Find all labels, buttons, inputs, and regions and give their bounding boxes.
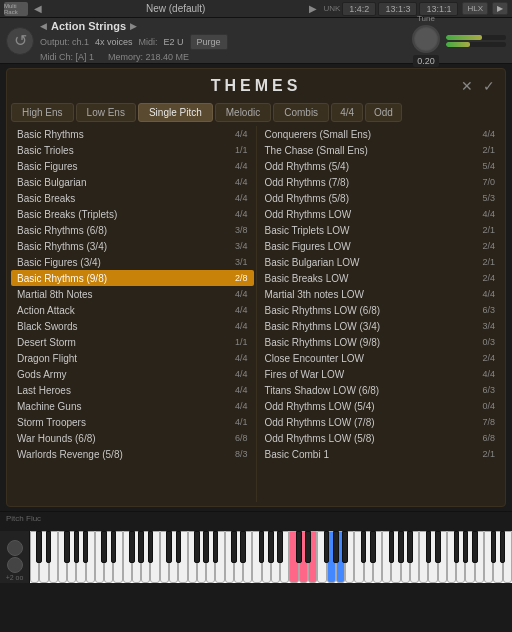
tab-high-ens[interactable]: High Ens xyxy=(11,103,74,122)
right-list-item[interactable]: Odd Rhythms (5/4)5/4 xyxy=(259,158,502,174)
white-key[interactable] xyxy=(262,531,271,583)
right-list-item[interactable]: Odd Rhythms (7/8)7/0 xyxy=(259,174,502,190)
white-key[interactable] xyxy=(299,531,308,583)
pitch-knob[interactable] xyxy=(7,540,23,556)
left-list-item[interactable]: Last Heroes4/4 xyxy=(11,382,254,398)
white-key[interactable] xyxy=(364,531,373,583)
white-key[interactable] xyxy=(188,531,197,583)
left-list-item[interactable]: Basic Breaks (Triplets)4/4 xyxy=(11,206,254,222)
right-list-item[interactable]: Odd Rhythms LOW (7/8)7/8 xyxy=(259,414,502,430)
left-list-item[interactable]: Basic Rhythms (6/8)3/8 xyxy=(11,222,254,238)
right-list-item[interactable]: Basic Figures LOW2/4 xyxy=(259,238,502,254)
tab-4-4[interactable]: 4/4 xyxy=(331,103,363,122)
nav-prev[interactable]: ◀ xyxy=(32,3,44,14)
right-list-item[interactable]: Basic Triplets LOW2/1 xyxy=(259,222,502,238)
white-key[interactable] xyxy=(438,531,447,583)
white-key[interactable] xyxy=(317,531,326,583)
right-list-item[interactable]: Titans Shadow LOW (6/8)6/3 xyxy=(259,382,502,398)
white-key[interactable] xyxy=(141,531,150,583)
white-key[interactable] xyxy=(475,531,484,583)
play-button[interactable]: ▶ xyxy=(492,2,508,15)
white-key[interactable] xyxy=(76,531,85,583)
tab-combis[interactable]: Combis xyxy=(273,103,329,122)
close-button[interactable]: ✕ xyxy=(461,78,473,94)
right-list-item[interactable]: Basic Rhythms LOW (3/4)3/4 xyxy=(259,318,502,334)
left-list-item[interactable]: Machine Guns4/4 xyxy=(11,398,254,414)
white-key[interactable] xyxy=(465,531,474,583)
right-list-item[interactable]: Odd Rhythms LOW (5/8)6/8 xyxy=(259,430,502,446)
inst-nav-prev[interactable]: ◀ xyxy=(40,21,47,31)
left-list-item[interactable]: Basic Breaks4/4 xyxy=(11,190,254,206)
white-key[interactable] xyxy=(336,531,345,583)
white-key[interactable] xyxy=(132,531,141,583)
left-list-item[interactable]: Gods Army4/4 xyxy=(11,366,254,382)
white-key[interactable] xyxy=(447,531,456,583)
white-key[interactable] xyxy=(95,531,104,583)
white-key[interactable] xyxy=(86,531,95,583)
white-key[interactable] xyxy=(484,531,493,583)
left-list-item[interactable]: Storm Troopers4/1 xyxy=(11,414,254,430)
white-key[interactable] xyxy=(215,531,224,583)
left-list-item[interactable]: Basic Rhythms4/4 xyxy=(11,126,254,142)
right-list-item[interactable]: Martial 3th notes LOW4/4 xyxy=(259,286,502,302)
right-list-item[interactable]: Basic Rhythms LOW (9/8)0/3 xyxy=(259,334,502,350)
white-key[interactable] xyxy=(373,531,382,583)
white-key[interactable] xyxy=(197,531,206,583)
right-list-item[interactable]: Conquerers (Small Ens)4/4 xyxy=(259,126,502,142)
left-list-item[interactable]: Desert Storm1/1 xyxy=(11,334,254,350)
nav-next[interactable]: ▶ xyxy=(307,3,319,14)
left-list-item[interactable]: War Hounds (6/8)6/8 xyxy=(11,430,254,446)
white-key[interactable] xyxy=(178,531,187,583)
tab-odd[interactable]: Odd xyxy=(365,103,402,122)
white-key[interactable] xyxy=(67,531,76,583)
right-list-item[interactable]: Basic Breaks LOW2/4 xyxy=(259,270,502,286)
white-key[interactable] xyxy=(243,531,252,583)
white-key[interactable] xyxy=(160,531,169,583)
white-key[interactable] xyxy=(104,531,113,583)
tab-low-ens[interactable]: Low Ens xyxy=(76,103,136,122)
right-list-item[interactable]: Basic Combi 12/1 xyxy=(259,446,502,462)
white-key[interactable] xyxy=(206,531,215,583)
left-list-item[interactable]: Warlords Revenge (5/8)8/3 xyxy=(11,446,254,462)
left-list-item[interactable]: Basic Rhythms (3/4)3/4 xyxy=(11,238,254,254)
piano-keys[interactable] xyxy=(30,531,512,583)
white-key[interactable] xyxy=(382,531,391,583)
white-key[interactable] xyxy=(391,531,400,583)
white-key[interactable] xyxy=(169,531,178,583)
inst-nav-next[interactable]: ▶ xyxy=(130,21,137,31)
white-key[interactable] xyxy=(503,531,512,583)
white-key[interactable] xyxy=(30,531,39,583)
white-key[interactable] xyxy=(49,531,58,583)
hlx-button[interactable]: HLX xyxy=(462,2,488,15)
white-key[interactable] xyxy=(327,531,336,583)
white-key[interactable] xyxy=(123,531,132,583)
tab-melodic[interactable]: Melodic xyxy=(215,103,271,122)
right-list-item[interactable]: Close Encounter LOW2/4 xyxy=(259,350,502,366)
white-key[interactable] xyxy=(289,531,298,583)
tab-single-pitch[interactable]: Single Pitch xyxy=(138,103,213,122)
white-key[interactable] xyxy=(428,531,437,583)
left-list-item[interactable]: Basic Rhythms (9/8)2/8 xyxy=(11,270,254,286)
white-key[interactable] xyxy=(354,531,363,583)
left-list-item[interactable]: Basic Trioles1/1 xyxy=(11,142,254,158)
right-list-item[interactable]: Basic Rhythms LOW (6/8)6/3 xyxy=(259,302,502,318)
white-key[interactable] xyxy=(39,531,48,583)
white-key[interactable] xyxy=(308,531,317,583)
left-list-item[interactable]: Action Attack4/4 xyxy=(11,302,254,318)
right-list-item[interactable]: Odd Rhythms LOW4/4 xyxy=(259,206,502,222)
right-list-item[interactable]: Fires of War LOW4/4 xyxy=(259,366,502,382)
left-list-item[interactable]: Basic Figures4/4 xyxy=(11,158,254,174)
left-list-item[interactable]: Basic Figures (3/4)3/1 xyxy=(11,254,254,270)
white-key[interactable] xyxy=(252,531,261,583)
white-key[interactable] xyxy=(401,531,410,583)
white-key[interactable] xyxy=(234,531,243,583)
right-list-item[interactable]: Odd Rhythms LOW (5/4)0/4 xyxy=(259,398,502,414)
white-key[interactable] xyxy=(410,531,419,583)
purge-button[interactable]: Purge xyxy=(190,34,228,50)
white-key[interactable] xyxy=(150,531,159,583)
white-key[interactable] xyxy=(419,531,428,583)
confirm-button[interactable]: ✓ xyxy=(483,78,495,94)
white-key[interactable] xyxy=(493,531,502,583)
white-key[interactable] xyxy=(271,531,280,583)
right-list-item[interactable]: The Chase (Small Ens)2/1 xyxy=(259,142,502,158)
